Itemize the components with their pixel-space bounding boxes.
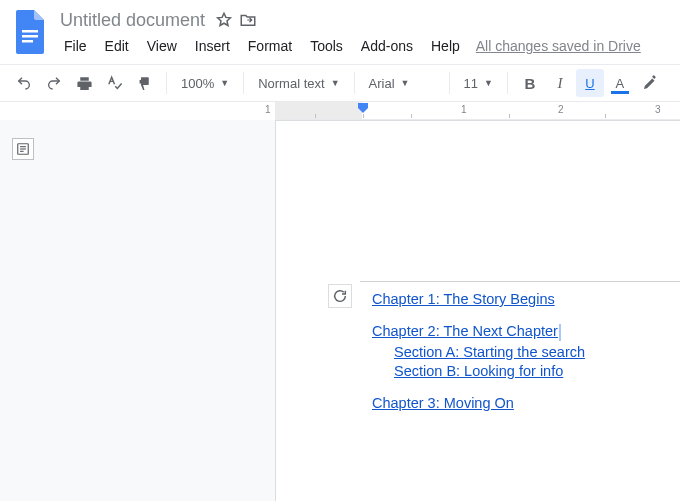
toolbar: 100% ▼ Normal text ▼ Arial ▼ 11 ▼ B I U …: [0, 64, 680, 102]
menu-bar: File Edit View Insert Format Tools Add-o…: [56, 34, 668, 58]
style-value: Normal text: [258, 76, 324, 91]
undo-button[interactable]: [10, 69, 38, 97]
save-status[interactable]: All changes saved in Drive: [476, 38, 641, 54]
paragraph-style-select[interactable]: Normal text ▼: [252, 69, 345, 97]
app-root: Untitled document File Edit View In: [0, 0, 680, 501]
zoom-value: 100%: [181, 76, 214, 91]
header: Untitled document File Edit View In: [0, 0, 680, 58]
svg-rect-1: [22, 35, 38, 38]
toc-link-chapter-2[interactable]: Chapter 2: The Next Chapter: [372, 323, 558, 339]
text-color-button[interactable]: A: [606, 69, 634, 97]
left-gutter: [0, 120, 46, 501]
chevron-down-icon: ▼: [331, 78, 340, 88]
move-to-folder-icon[interactable]: [239, 11, 257, 29]
ruler-row: 1 1 2 3: [0, 102, 680, 120]
separator: [243, 72, 244, 94]
font-size-value: 11: [464, 76, 478, 91]
svg-rect-0: [22, 30, 38, 33]
toc-link-section-b[interactable]: Section B: Looking for info: [394, 363, 563, 379]
toc-refresh-button[interactable]: [328, 284, 352, 308]
toc-link-chapter-3[interactable]: Chapter 3: Moving On: [372, 395, 514, 411]
ruler-number: 2: [558, 104, 564, 115]
title-area: Untitled document File Edit View In: [56, 8, 668, 58]
ruler-number: 1: [265, 104, 271, 115]
ruler-number: 1: [461, 104, 467, 115]
text-cursor: [559, 324, 561, 341]
document-page[interactable]: Chapter 1: The Story Begins Chapter 2: T…: [275, 120, 680, 501]
left-indent-marker[interactable]: [357, 102, 369, 118]
horizontal-ruler[interactable]: 1 1 2 3: [275, 102, 680, 120]
menu-view[interactable]: View: [139, 34, 185, 58]
separator: [354, 72, 355, 94]
ruler-number: 3: [655, 104, 661, 115]
star-icon[interactable]: [215, 11, 233, 29]
show-outline-button[interactable]: [12, 138, 34, 160]
menu-help[interactable]: Help: [423, 34, 468, 58]
italic-button[interactable]: I: [546, 69, 574, 97]
menu-tools[interactable]: Tools: [302, 34, 351, 58]
highlight-color-button[interactable]: [636, 69, 664, 97]
redo-button[interactable]: [40, 69, 68, 97]
page-area[interactable]: Chapter 1: The Story Begins Chapter 2: T…: [46, 120, 680, 501]
zoom-select[interactable]: 100% ▼: [175, 69, 235, 97]
docs-logo-icon[interactable]: [12, 8, 48, 56]
menu-edit[interactable]: Edit: [97, 34, 137, 58]
separator: [507, 72, 508, 94]
paint-format-button[interactable]: [130, 69, 158, 97]
chevron-down-icon: ▼: [484, 78, 493, 88]
print-button[interactable]: [70, 69, 98, 97]
font-value: Arial: [369, 76, 395, 91]
workspace: Chapter 1: The Story Begins Chapter 2: T…: [0, 120, 680, 501]
chevron-down-icon: ▼: [401, 78, 410, 88]
menu-addons[interactable]: Add-ons: [353, 34, 421, 58]
document-title[interactable]: Untitled document: [56, 8, 209, 33]
toc-link-chapter-1[interactable]: Chapter 1: The Story Begins: [372, 291, 555, 307]
separator: [166, 72, 167, 94]
separator: [449, 72, 450, 94]
toc-link-section-a[interactable]: Section A: Starting the search: [394, 344, 585, 360]
menu-insert[interactable]: Insert: [187, 34, 238, 58]
table-of-contents[interactable]: Chapter 1: The Story Begins Chapter 2: T…: [360, 281, 680, 422]
svg-rect-2: [22, 40, 33, 43]
underline-button[interactable]: U: [576, 69, 604, 97]
menu-format[interactable]: Format: [240, 34, 300, 58]
spellcheck-button[interactable]: [100, 69, 128, 97]
menu-file[interactable]: File: [56, 34, 95, 58]
font-select[interactable]: Arial ▼: [363, 69, 441, 97]
font-size-select[interactable]: 11 ▼: [458, 69, 499, 97]
bold-button[interactable]: B: [516, 69, 544, 97]
chevron-down-icon: ▼: [220, 78, 229, 88]
